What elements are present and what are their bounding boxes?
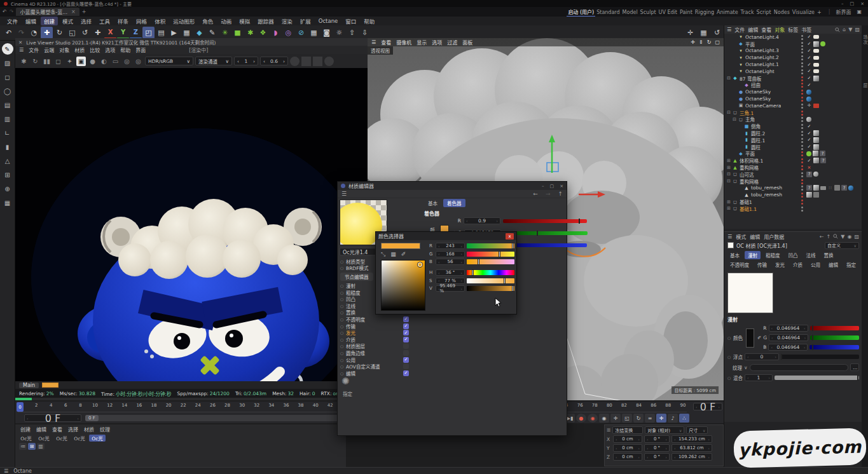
size-mode-dropdown[interactable]: 尺寸∨ — [686, 426, 708, 434]
texture-tag-icon[interactable] — [820, 41, 825, 46]
workspace-tab[interactable]: UV Edit — [658, 9, 679, 16]
grid-tag-icon[interactable]: ∷ — [827, 185, 833, 191]
attribute-tab[interactable]: 法线 — [803, 251, 819, 259]
toolbar-icon[interactable]: ✎ — [206, 27, 218, 39]
visibility-dots-off[interactable] — [801, 76, 803, 78]
transport-button[interactable]: ∴ — [679, 414, 689, 423]
toolbar-icon[interactable]: ▤ — [155, 27, 167, 39]
left-toolbar-icon[interactable]: ✎ — [2, 43, 13, 55]
mix-slider[interactable] — [775, 376, 859, 380]
restart-render-icon[interactable]: ↻ — [31, 57, 40, 66]
toolbar-icon[interactable]: ↺ — [79, 27, 91, 39]
menu-item[interactable]: 样条 — [114, 17, 132, 25]
toolbar-icon[interactable]: ✱ — [244, 27, 256, 39]
phong-tag-icon[interactable] — [813, 41, 819, 47]
transport-button[interactable]: ↻ — [633, 414, 644, 423]
preset-dropdown[interactable]: 自定义∨ — [825, 242, 859, 249]
object-menu-item[interactable]: 对象 — [775, 26, 785, 33]
object-name[interactable]: 三角.1 — [740, 109, 754, 116]
toolbar-icon[interactable]: ↻ — [53, 27, 65, 39]
menu-item[interactable]: 跟踪器 — [254, 17, 277, 25]
object-tree-row[interactable]: ▲tobu_remesh — [724, 191, 862, 198]
menu-item[interactable]: 窗口 — [342, 17, 359, 25]
render-canvas[interactable] — [15, 68, 368, 381]
object-name[interactable]: 倒角 — [751, 123, 761, 130]
red-field[interactable]: ‹0.046964› — [769, 325, 808, 332]
viewport-menu-item[interactable]: 查看 — [381, 39, 391, 46]
attribute-tab[interactable]: 发光 — [772, 261, 788, 269]
transport-button[interactable]: ◉ — [588, 414, 598, 423]
object-name[interactable]: OctaneSky — [745, 89, 771, 95]
object-tree-row[interactable]: ⊞▲重构网格✕ — [724, 164, 862, 171]
object-tree-row[interactable]: ⊞◻基础1 — [724, 198, 862, 205]
document-tab[interactable]: 小蓝魔头雕塑条-蓝... × — [16, 8, 79, 16]
blue-field[interactable]: ‹0.046964› — [768, 344, 808, 351]
material-tag-icon[interactable] — [813, 63, 819, 67]
visibility-dots[interactable] — [801, 186, 803, 187]
material-menu-item[interactable]: 材质 — [84, 426, 94, 432]
menu-item[interactable]: 网格 — [133, 17, 150, 25]
layout-toggle-icon[interactable]: ↺ — [711, 27, 723, 39]
hamburger-icon[interactable]: ☰ — [341, 191, 347, 197]
hamburger-icon[interactable]: ☰ — [727, 234, 732, 240]
shader-red-field[interactable]: ‹0.9› — [464, 217, 500, 224]
material-menu-item[interactable]: 纹理 — [100, 426, 110, 432]
object-menu-item[interactable]: 编辑 — [748, 26, 758, 33]
visibility-dots[interactable] — [801, 131, 803, 133]
object-tree-row[interactable]: ⊟◻三角.1 — [724, 109, 862, 116]
object-menu-item[interactable]: 标签 — [788, 26, 798, 33]
hamburger-icon[interactable]: ☰ — [607, 428, 610, 433]
exposure-stepper[interactable]: ‹0.6› — [260, 57, 288, 65]
blue-slider[interactable] — [809, 345, 859, 349]
sky-texture-tag-icon[interactable] — [848, 186, 853, 191]
screenshot-icon[interactable] — [301, 57, 311, 66]
visibility-dots-off[interactable] — [801, 83, 803, 85]
size-field[interactable]: ‹63.812 cm› — [672, 444, 712, 452]
film-region-icon[interactable]: ◐ — [99, 57, 109, 66]
menu-item[interactable]: 模拟 — [236, 17, 253, 25]
toolbar-icon[interactable]: ◎ — [282, 27, 294, 39]
phong-tag-icon[interactable] — [806, 192, 812, 198]
settings-icon[interactable]: ✱ — [19, 57, 29, 66]
workspace-tab[interactable]: Model — [621, 9, 639, 16]
visibility-dots-off[interactable] — [801, 151, 803, 153]
menu-item[interactable]: 编辑 — [22, 17, 39, 25]
folder-tag-icon[interactable] — [820, 186, 826, 190]
left-toolbar-icon[interactable]: ∟ — [2, 127, 13, 139]
live-viewer-close-icon[interactable]: × — [18, 39, 22, 45]
attribute-menu-item[interactable]: 用户数据 — [764, 233, 784, 240]
material-menu-item[interactable]: 查看 — [52, 426, 62, 432]
enabled-check-icon[interactable]: ✓ — [806, 48, 812, 53]
render-tag-icon[interactable] — [813, 104, 819, 108]
object-name[interactable]: 重构网格 — [740, 164, 759, 171]
object-name[interactable]: 重构网格 — [740, 178, 759, 185]
object-tree-row[interactable]: ⊞▲体积网格.1✓? — [724, 157, 862, 164]
left-toolbar-icon[interactable]: ▮ — [2, 141, 13, 152]
object-menu-item[interactable]: 查看 — [761, 26, 771, 33]
visibility-dots[interactable] — [801, 124, 803, 126]
visibility-dots-off[interactable] — [801, 193, 803, 194]
region-render-icon[interactable]: ● — [88, 57, 97, 66]
attribute-tab[interactable]: 编辑 — [825, 261, 841, 269]
float-slider[interactable] — [781, 355, 859, 359]
object-name[interactable]: tobu_remesh — [751, 192, 782, 198]
object-tree-row[interactable]: ▮圆柱.1✓ — [724, 137, 862, 144]
object-tree-row[interactable]: ▾OctaneLight.1✓ — [724, 61, 862, 68]
compact-view-icon[interactable]: ▥ — [37, 443, 45, 450]
object-name[interactable]: 平面 — [745, 150, 755, 157]
filter-icon[interactable]: ▼ — [848, 27, 852, 32]
filter-icon[interactable]: ▼ — [841, 234, 844, 240]
position-field[interactable]: ‹0 cm› — [613, 453, 642, 461]
toolbar-icon[interactable]: ⊘ — [295, 27, 307, 39]
phong-tag-icon[interactable] — [813, 130, 819, 136]
range-start-marker[interactable]: 0 F — [85, 415, 99, 421]
pick-material-icon[interactable]: ▭ — [111, 57, 120, 66]
toolbar-icon[interactable]: ▶ — [168, 27, 180, 39]
viewport-menu-item[interactable]: 显示 — [417, 39, 427, 46]
document-close-icon[interactable]: × — [71, 9, 76, 15]
left-toolbar-icon[interactable]: ▨ — [2, 57, 13, 69]
live-viewer-menu-item[interactable]: 界面 — [135, 46, 146, 53]
timeline-playhead[interactable]: 0 — [17, 402, 24, 412]
object-tree-row[interactable]: ⊟◆87 弯曲板✓ — [724, 75, 862, 82]
minimize-button[interactable]: – — [841, 1, 844, 6]
